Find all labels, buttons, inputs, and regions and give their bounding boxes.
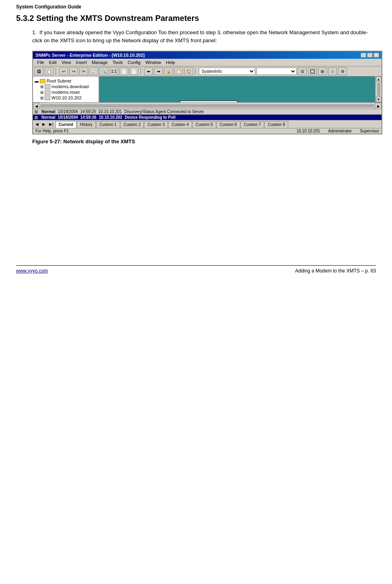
- status-ip-2: 10.10.10.202: [99, 115, 122, 120]
- step-content: If you have already opened the Vyyo Conf…: [32, 29, 368, 43]
- statusbar-ip: 10.10.10.201: [297, 129, 320, 133]
- tb-btn-17[interactable]: 🔲: [308, 67, 317, 75]
- tb-btn-20[interactable]: ⚙: [338, 67, 347, 75]
- section-heading: SNMPc Server - Enterprise Edition - [W10…: [16, 14, 376, 23]
- tb-btn-1[interactable]: 🖼: [35, 67, 43, 75]
- tb-btn-11[interactable]: ⬅: [144, 67, 153, 75]
- step-text: 1. If you have already opened the Vyyo C…: [32, 29, 376, 44]
- status-dot-2: [35, 116, 38, 119]
- tb-btn-9[interactable]: 📄: [120, 67, 128, 75]
- tree-item-modems-download[interactable]: ⊞ modems.download: [40, 84, 97, 89]
- status-date-1: 10/18/2004: [58, 109, 78, 114]
- folder-icon-root: [40, 79, 45, 83]
- status-time-2: 14:59:26: [80, 115, 97, 120]
- status-row-2: Normal 10/18/2004 14:59:26 10.10.10.202 …: [33, 114, 382, 120]
- tb-btn-18[interactable]: ⊞: [318, 67, 327, 75]
- tb-btn-13[interactable]: 🔒: [164, 67, 173, 75]
- status-dot-1: [35, 110, 38, 113]
- section-title: 5.3.2: [16, 14, 34, 23]
- statusbar-user: Administrator: [328, 129, 352, 133]
- menu-window[interactable]: Window: [143, 60, 163, 65]
- menu-config[interactable]: Config: [125, 60, 143, 65]
- window-title: SNMPc Server - Enterprise Edition - [W10…: [35, 53, 144, 58]
- tab-nav-right[interactable]: ▶: [41, 121, 47, 128]
- close-button[interactable]: ✕: [373, 53, 379, 58]
- tb-btn-4[interactable]: ↪: [69, 67, 78, 75]
- tabs-row: ◀ ▶ ▶| Current History Custom 1 Custom 2…: [33, 120, 382, 128]
- tab-current[interactable]: Current: [56, 121, 76, 128]
- tree-label-w10: W10.10.10.202: [52, 95, 82, 100]
- tb-btn-15[interactable]: 🏠: [184, 67, 193, 75]
- menu-tools[interactable]: Tools: [110, 60, 126, 65]
- menu-manage[interactable]: Manage: [89, 60, 110, 65]
- tab-custom3[interactable]: Custom 3: [144, 121, 168, 128]
- tb-btn-2[interactable]: 📋: [45, 67, 54, 75]
- status-date-2: 10/18/2004: [58, 115, 78, 120]
- footer-right-text: Adding a Modem to the XMTS – p. 63: [295, 268, 376, 274]
- maximize-button[interactable]: □: [367, 53, 373, 58]
- tab-nav-left[interactable]: ◀: [34, 121, 40, 128]
- tb-sep-3: [195, 67, 197, 75]
- tab-custom7[interactable]: Custom 7: [241, 121, 264, 128]
- tree-item-w10[interactable]: ⊞ W10.10.10.202: [40, 95, 97, 101]
- figure-caption: Figure 5-27: Network display of the XMTS: [32, 138, 376, 144]
- footer-link[interactable]: www.vyyo.com: [16, 268, 48, 274]
- tree-item-root[interactable]: ▬ Root Subnet: [35, 78, 97, 84]
- tb-btn-14[interactable]: 📋: [174, 67, 183, 75]
- status-time-1: 14:59:25: [80, 109, 96, 114]
- right-scrollbar: ▲ ▼: [375, 76, 382, 102]
- tab-custom8[interactable]: Custom 8: [264, 121, 288, 128]
- tb-btn-19[interactable]: ☆: [328, 67, 337, 75]
- tab-custom4[interactable]: Custom 4: [168, 121, 192, 128]
- tree-label-modems-reset: modems.reset: [52, 90, 80, 95]
- network-canvas: Double click this icon vyyo: [99, 76, 375, 102]
- scroll-down-button[interactable]: ▼: [376, 97, 382, 102]
- tb-btn-16[interactable]: ☰: [298, 67, 307, 75]
- minimize-button[interactable]: _: [361, 53, 366, 58]
- tab-custom6[interactable]: Custom 6: [217, 121, 240, 128]
- win-body: ▬ Root Subnet ⊞ modems.download ⊞ modems…: [33, 76, 382, 102]
- tab-custom2[interactable]: Custom 2: [120, 121, 144, 128]
- tree-root-label: Root Subnet: [47, 78, 71, 83]
- tb-btn-12[interactable]: ➡: [154, 67, 163, 75]
- left-tree-panel: ▬ Root Subnet ⊞ modems.download ⊞ modems…: [33, 76, 99, 102]
- tb-btn-6[interactable]: 📰: [89, 67, 98, 75]
- window-statusbar: For Help, press F1 10.10.10.201 Administ…: [33, 128, 382, 134]
- h-scroll-track: [40, 104, 374, 107]
- tb-btn-8[interactable]: 1:1: [109, 67, 118, 75]
- menu-help[interactable]: Help: [163, 60, 177, 65]
- annotation-box: Double click this icon: [180, 101, 237, 102]
- tb-btn-5[interactable]: ✂: [79, 67, 88, 75]
- system-dropdown[interactable]: SystemInfo: [199, 68, 255, 75]
- menu-edit[interactable]: Edit: [47, 60, 59, 65]
- status-severity-2: Normal: [41, 115, 55, 120]
- tb-btn-3[interactable]: ↩: [59, 67, 68, 75]
- statusbar-right: 10.10.10.201 Administrator Supervisor: [297, 129, 379, 133]
- window-controls: _ □ ✕: [361, 53, 379, 58]
- scroll-right-button[interactable]: ▶: [375, 103, 382, 109]
- tab-custom5[interactable]: Custom 5: [192, 121, 216, 128]
- statusbar-help: For Help, press F1: [35, 129, 69, 133]
- view-dropdown[interactable]: [256, 68, 297, 75]
- pc-icon-modems-download: [45, 84, 50, 89]
- scroll-up-button[interactable]: ▲: [376, 76, 382, 82]
- tb-btn-7[interactable]: 🔍: [99, 67, 108, 75]
- tree-label-modems-download: modems.download: [52, 84, 89, 89]
- tab-history[interactable]: History: [77, 121, 96, 128]
- menu-insert[interactable]: Insert: [73, 60, 89, 65]
- toolbar: 🖼 📋 ↩ ↪ ✂ 📰 🔍 1:1 📄 📄 ⬅ ➡ 🔒 📋 🏠 SystemIn…: [33, 66, 382, 76]
- tb-sep-1: [56, 67, 57, 75]
- scroll-left-button[interactable]: ◀: [33, 103, 39, 109]
- menu-file[interactable]: File: [35, 60, 47, 65]
- tab-custom1[interactable]: Custom 1: [96, 121, 120, 128]
- snmpc-window: SNMPc Server - Enterprise Edition - [W10…: [32, 51, 382, 134]
- tb-sep-2: [140, 67, 142, 75]
- tree-item-modems-reset[interactable]: ⊞ modems.reset: [40, 89, 97, 95]
- tab-nav-end[interactable]: ▶|: [47, 121, 55, 128]
- menu-view[interactable]: View: [59, 60, 74, 65]
- status-msg-1: Discovery/Status Agent Connected to Serv…: [124, 109, 204, 114]
- pc-icon-modems-reset: [45, 90, 50, 95]
- tb-btn-10[interactable]: 📄: [130, 67, 138, 75]
- status-ip-1: 10.10.10.201: [98, 109, 122, 114]
- status-msg-2: Device Responding to Poll: [125, 115, 175, 120]
